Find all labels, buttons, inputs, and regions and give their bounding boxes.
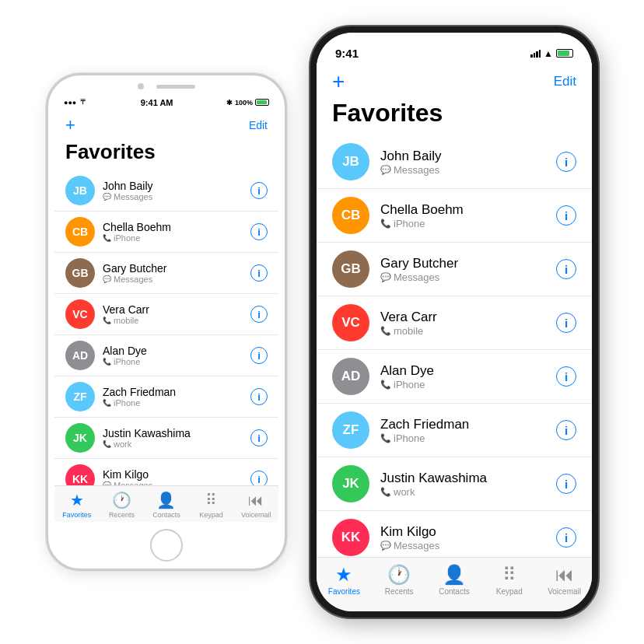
- fav-sub: 💬 Messages: [380, 164, 545, 176]
- old-fav-item[interactable]: GB Gary Butcher 💬 Messages i: [54, 253, 278, 294]
- old-add-button[interactable]: +: [65, 115, 75, 135]
- old-time: 9:41 AM: [141, 98, 173, 107]
- avatar: GB: [65, 258, 95, 288]
- new-edit-button[interactable]: Edit: [554, 74, 576, 89]
- info-button[interactable]: i: [250, 347, 268, 364]
- old-tab-contacts[interactable]: 👤 Contacts: [144, 491, 189, 519]
- tab-label: Recents: [109, 511, 135, 519]
- fav-info: Kim Kilgo 💬 Messages: [103, 468, 243, 485]
- fav-name: Vera Carr: [380, 310, 545, 325]
- new-add-button[interactable]: +: [332, 69, 345, 94]
- info-button[interactable]: i: [250, 471, 268, 485]
- old-fav-item[interactable]: VC Vera Carr 📞 mobile i: [54, 294, 278, 335]
- info-button[interactable]: i: [556, 313, 576, 333]
- old-fav-item[interactable]: JK Justin Kawashima 📞 work i: [54, 418, 278, 459]
- old-favorites-list: JB John Baily 💬 Messages i CB Chella Boe…: [54, 170, 278, 485]
- old-tab-recents[interactable]: 🕐 Recents: [100, 491, 145, 519]
- fav-name: Alan Dye: [380, 363, 545, 379]
- home-button-area: [48, 522, 285, 569]
- old-screen: ●●● 〒 9:41 AM ✱ 100% + Edit Favorites: [54, 94, 278, 522]
- info-button[interactable]: i: [250, 306, 268, 323]
- tab-icon: ⏮: [248, 492, 264, 509]
- tab-label: Keypad: [199, 511, 223, 519]
- fav-sub: 💬 Messages: [103, 275, 243, 284]
- fav-info: Kim Kilgo 💬 Messages: [380, 524, 545, 551]
- new-fav-item[interactable]: CB Chella Boehm 📞 iPhone i: [317, 189, 592, 243]
- info-button[interactable]: i: [250, 388, 268, 405]
- old-fav-item[interactable]: KK Kim Kilgo 💬 Messages i: [54, 459, 278, 485]
- info-button[interactable]: i: [556, 152, 576, 172]
- info-button[interactable]: i: [556, 474, 576, 494]
- new-fav-item[interactable]: VC Vera Carr 📞 mobile i: [317, 296, 592, 350]
- new-page-title: Favorites: [317, 97, 592, 135]
- info-button[interactable]: i: [250, 264, 268, 282]
- new-app-content: + Edit Favorites JB John Baily 💬 Message…: [317, 63, 592, 557]
- fav-name: John Baily: [103, 180, 243, 192]
- battery-icon: [255, 99, 269, 106]
- new-status-bar: 9:41 ▲: [317, 33, 592, 63]
- new-tab-keypad[interactable]: ⠿ Keypad: [481, 564, 537, 596]
- fav-name: Gary Butcher: [380, 256, 545, 271]
- old-status-bar: ●●● 〒 9:41 AM ✱ 100%: [54, 94, 278, 110]
- fav-name: Chella Boehm: [380, 202, 545, 218]
- fav-sub: 📞 iPhone: [103, 233, 243, 243]
- fav-sub: 💬 Messages: [380, 540, 545, 551]
- old-tab-voicemail[interactable]: ⏮ Voicemail: [233, 492, 278, 519]
- wifi-icon: ▲: [544, 48, 553, 59]
- info-button[interactable]: i: [556, 205, 576, 226]
- old-fav-item[interactable]: CB Chella Boehm 📞 iPhone i: [54, 212, 278, 253]
- fav-info: Alan Dye 📞 iPhone: [103, 345, 243, 366]
- new-battery-fill: [558, 51, 569, 56]
- tab-icon: 🕐: [387, 564, 411, 586]
- old-fav-item[interactable]: ZF Zach Friedman 📞 iPhone i: [54, 376, 278, 418]
- tab-label: Voicemail: [548, 587, 581, 596]
- new-fav-item[interactable]: GB Gary Butcher 💬 Messages i: [317, 243, 592, 296]
- fav-info: Justin Kawashima 📞 work: [103, 427, 243, 449]
- new-tab-voicemail[interactable]: ⏮ Voicemail: [537, 564, 592, 596]
- fav-name: Kim Kilgo: [380, 524, 545, 540]
- info-button[interactable]: i: [556, 420, 576, 440]
- fav-name: John Baily: [380, 149, 545, 164]
- avatar: AD: [332, 358, 369, 395]
- new-status-icons: ▲: [530, 45, 573, 59]
- new-tab-favorites[interactable]: ★ Favorites: [317, 564, 372, 596]
- fav-sub: 📞 mobile: [103, 316, 243, 325]
- new-fav-item[interactable]: ZF Zach Friedman 📞 iPhone i: [317, 404, 592, 457]
- info-button[interactable]: i: [556, 527, 576, 548]
- tab-label: Voicemail: [241, 511, 271, 519]
- new-fav-item[interactable]: JK Justin Kawashima 📞 work i: [317, 457, 592, 511]
- fav-info: Chella Boehm 📞 iPhone: [380, 202, 545, 229]
- fav-info: Alan Dye 📞 iPhone: [380, 363, 545, 390]
- new-fav-item[interactable]: KK Kim Kilgo 💬 Messages i: [317, 511, 592, 557]
- new-fav-item[interactable]: AD Alan Dye 📞 iPhone i: [317, 350, 592, 404]
- tab-icon: ⠿: [502, 564, 516, 586]
- battery-fill: [257, 100, 267, 104]
- avatar: JK: [65, 423, 95, 453]
- new-fav-item[interactable]: JB John Baily 💬 Messages i: [317, 135, 592, 189]
- new-tab-recents[interactable]: 🕐 Recents: [372, 564, 427, 596]
- fav-info: Vera Carr 📞 mobile: [103, 303, 243, 325]
- fav-info: Gary Butcher 💬 Messages: [380, 256, 545, 283]
- old-fav-item[interactable]: AD Alan Dye 📞 iPhone i: [54, 335, 278, 376]
- fav-sub: 📞 work: [380, 486, 545, 498]
- tab-label: Contacts: [439, 587, 469, 596]
- fav-name: Justin Kawashima: [103, 427, 243, 439]
- info-button[interactable]: i: [250, 223, 268, 240]
- info-button[interactable]: i: [250, 182, 268, 199]
- old-tab-favorites[interactable]: ★ Favorites: [54, 491, 100, 519]
- avatar: KK: [65, 464, 95, 485]
- home-button[interactable]: [150, 529, 183, 562]
- old-tab-keypad[interactable]: ⠿ Keypad: [189, 491, 234, 519]
- old-edit-button[interactable]: Edit: [249, 119, 268, 131]
- tab-label: Contacts: [152, 511, 180, 519]
- info-button[interactable]: i: [556, 259, 576, 279]
- old-fav-item[interactable]: JB John Baily 💬 Messages i: [54, 170, 278, 212]
- fav-info: Vera Carr 📞 mobile: [380, 310, 545, 337]
- info-button[interactable]: i: [556, 366, 576, 387]
- fav-sub: 📞 iPhone: [380, 379, 545, 390]
- info-button[interactable]: i: [250, 429, 268, 446]
- fav-sub: 💬 Messages: [380, 271, 545, 283]
- signal-icon: [530, 50, 541, 58]
- tab-icon: 🕐: [112, 491, 131, 509]
- new-tab-contacts[interactable]: 👤 Contacts: [427, 564, 482, 596]
